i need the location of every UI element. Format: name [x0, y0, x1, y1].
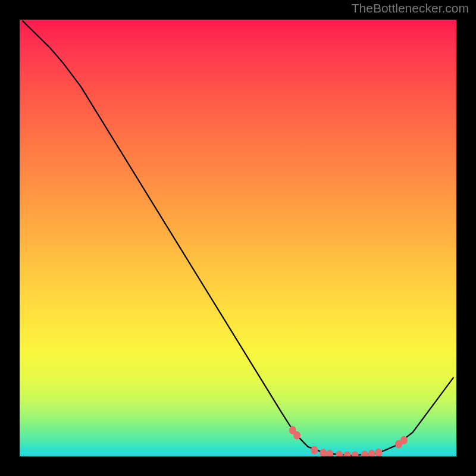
curve-markers — [289, 426, 408, 456]
curve-marker — [293, 431, 300, 440]
curve-marker — [320, 449, 327, 456]
bottleneck-curve — [23, 21, 453, 455]
curve-marker — [326, 450, 333, 456]
curve-marker — [368, 450, 375, 456]
curve-marker — [336, 451, 343, 456]
curve-marker — [344, 452, 351, 456]
curve-marker — [311, 446, 318, 455]
curve-marker — [400, 436, 408, 444]
chart-svg — [20, 20, 456, 456]
attribution-text: TheBottlenecker.com — [352, 1, 469, 15]
curve-marker — [352, 452, 359, 456]
curve-marker — [361, 450, 368, 456]
curve-marker — [375, 449, 382, 456]
chart-plot-area — [20, 20, 456, 456]
